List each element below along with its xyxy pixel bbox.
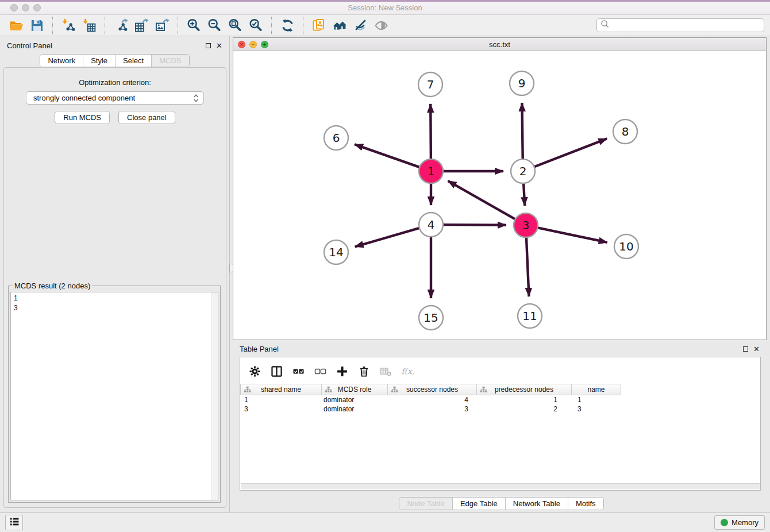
add-row-icon[interactable] <box>332 362 352 380</box>
graph-node-label: 11 <box>522 309 537 323</box>
hide-selected-icon[interactable] <box>350 16 371 34</box>
table-header-row: shared nameMCDS rolesuccessor nodesprede… <box>240 384 621 395</box>
select-all-icon[interactable] <box>288 362 308 380</box>
graph-edge-1-6[interactable] <box>355 144 420 167</box>
zoom-selected-icon[interactable] <box>245 16 266 34</box>
criterion-selected-value: strongly connected component <box>33 94 135 102</box>
table-row[interactable]: 3dominator323 <box>240 404 760 414</box>
graph-edge-3-10[interactable] <box>537 228 607 242</box>
run-mcds-button[interactable]: Run MCDS <box>55 111 110 124</box>
tab-segments: NetworkStyleSelectMCDS <box>40 54 189 67</box>
table-panel-header: Table Panel ✕ <box>233 340 770 353</box>
zoom-fit-icon[interactable] <box>225 16 245 34</box>
result-scrollbar[interactable] <box>211 292 218 500</box>
home-icon[interactable] <box>329 16 350 34</box>
table-tab-edge-table[interactable]: Edge Table <box>453 498 506 510</box>
deselect-all-icon[interactable] <box>310 362 330 380</box>
tab-style[interactable]: Style <box>83 55 116 67</box>
select-stepper-icon <box>192 94 200 103</box>
table-cell: dominator <box>321 395 387 404</box>
graph-node-label: 2 <box>519 164 527 178</box>
close-table-panel-icon[interactable]: ✕ <box>753 345 760 353</box>
tab-mcds[interactable]: MCDS <box>152 55 188 67</box>
network-canvas[interactable]: 7968124314101511 <box>233 51 766 340</box>
mcds-result-list[interactable]: 13 <box>10 292 218 500</box>
task-list-icon <box>8 515 21 530</box>
column-header-shared-name[interactable]: shared name <box>241 384 322 395</box>
graph-node-label: 9 <box>518 76 526 90</box>
graph-edge-2-9[interactable] <box>522 103 522 160</box>
export-image-icon[interactable] <box>152 16 172 34</box>
toolbar-separator <box>105 17 105 34</box>
column-header-successor-nodes[interactable]: successor nodes <box>388 384 477 395</box>
table-row[interactable]: 1dominator411 <box>240 395 760 404</box>
float-table-panel-icon[interactable] <box>743 346 748 352</box>
table-cell: 3 <box>387 404 476 414</box>
table-cell: dominator <box>321 404 387 414</box>
float-panel-icon[interactable] <box>206 43 211 48</box>
table-toolbar: f(x) <box>240 357 760 383</box>
save-icon[interactable] <box>26 16 47 34</box>
table-horizontal-scrollbar[interactable] <box>241 483 760 489</box>
toolbar-separator <box>271 17 272 34</box>
open-folder-icon[interactable] <box>6 16 26 34</box>
graph-node-label: 1 <box>428 164 435 178</box>
table-tab-node-table[interactable]: Node Table <box>399 498 453 510</box>
export-network-icon[interactable] <box>110 16 131 34</box>
columns-icon[interactable] <box>267 362 286 380</box>
hierarchy-icon <box>325 386 332 395</box>
search-box[interactable] <box>596 18 764 32</box>
criterion-select[interactable]: strongly connected component <box>26 91 204 105</box>
tab-select[interactable]: Select <box>116 55 152 67</box>
memory-button[interactable]: Memory <box>714 515 765 530</box>
graph-edge-4-14[interactable] <box>355 228 420 247</box>
graph-edge-2-8[interactable] <box>534 138 607 167</box>
gear-icon[interactable] <box>245 362 264 380</box>
zoom-in-icon[interactable] <box>183 16 204 34</box>
node-table: shared nameMCDS rolesuccessor nodesprede… <box>240 384 760 414</box>
graph-node-label: 14 <box>329 245 343 259</box>
network-window-titlebar[interactable]: × − + scc.txt <box>233 38 766 51</box>
export-table-icon[interactable] <box>131 16 152 34</box>
zoom-out-icon[interactable] <box>204 16 225 34</box>
column-header-predecessor-nodes[interactable]: predecessor nodes <box>477 384 572 395</box>
table-tab-motifs[interactable]: Motifs <box>568 498 603 510</box>
graph-edge-3-11[interactable] <box>526 237 529 296</box>
function-builder-icon: f(x) <box>398 362 417 380</box>
table-cell: 4 <box>387 395 476 404</box>
task-history-button[interactable] <box>5 515 23 530</box>
table-tab-network-table[interactable]: Network Table <box>506 498 568 510</box>
search-icon <box>600 20 610 31</box>
mcds-result-item[interactable]: 3 <box>14 303 215 313</box>
close-panel-button[interactable]: Close panel <box>118 111 175 124</box>
refresh-icon[interactable] <box>277 16 298 34</box>
close-panel-icon[interactable]: ✕ <box>216 42 222 49</box>
mcds-result-item[interactable]: 1 <box>14 294 215 303</box>
table-tab-segments: Node TableEdge TableNetwork TableMotifs <box>399 497 603 510</box>
memory-label: Memory <box>732 518 759 527</box>
status-bar: Memory <box>0 512 770 532</box>
graph-node-label: 6 <box>333 131 340 145</box>
toolbar-separator <box>303 17 303 34</box>
hierarchy-icon <box>244 386 251 395</box>
control-panel: Control Panel ✕ NetworkStyleSelectMCDS O… <box>0 36 230 512</box>
optimization-criterion-label: Optimization criterion: <box>4 78 226 87</box>
graph-edge-3-1[interactable] <box>448 181 516 219</box>
import-table-icon[interactable] <box>79 16 99 34</box>
delete-row-icon[interactable] <box>354 362 374 380</box>
control-panel-title: Control Panel <box>7 41 52 50</box>
search-input[interactable] <box>610 21 760 30</box>
mcds-panel: Optimization criterion: strongly connect… <box>3 67 226 508</box>
show-hidden-icon <box>371 16 391 34</box>
graph-edge-4-3[interactable] <box>442 225 506 225</box>
column-header-name[interactable]: name <box>572 384 621 395</box>
network-view-window: × − + scc.txt 7968124314101511 <box>233 37 767 340</box>
titlebar: Session: New Session <box>0 0 770 15</box>
import-network-icon[interactable] <box>58 16 79 34</box>
table-cell: 3 <box>240 404 321 414</box>
column-header-mcds-role[interactable]: MCDS role <box>322 384 388 395</box>
clone-network-icon[interactable] <box>309 16 329 34</box>
tab-network[interactable]: Network <box>40 55 83 67</box>
graph-edge-1-7[interactable] <box>430 104 431 160</box>
graph-edge-2-3[interactable] <box>523 183 525 206</box>
